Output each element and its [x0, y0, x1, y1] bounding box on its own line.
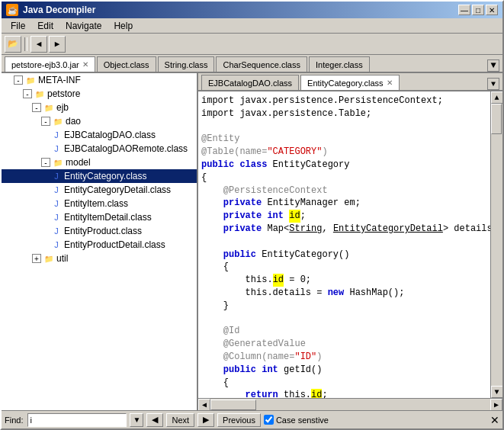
- tab-label: String.class: [165, 60, 208, 69]
- h-scroll-thumb[interactable]: [210, 400, 256, 410]
- tree-label: EntityCategory.class: [64, 171, 147, 181]
- code-line: private int id;: [201, 210, 487, 223]
- tree-item-entitycategorydetail[interactable]: J EntityCategoryDetail.class: [2, 183, 197, 197]
- code-line: import javax.persistence.Table;: [201, 108, 487, 120]
- code-line: }: [201, 300, 487, 313]
- find-dropdown-button[interactable]: ▼: [130, 413, 143, 427]
- maximize-button[interactable]: □: [472, 5, 484, 15]
- arrow-icon: ◀: [152, 415, 158, 425]
- tab-petstore-jar[interactable]: petstore-ejb3.0.jar ✕: [5, 56, 95, 72]
- code-line: @PersistenceContext: [201, 185, 487, 197]
- case-sensitive-option[interactable]: Case senstive: [264, 415, 329, 425]
- toolbar-forward-button[interactable]: ▶: [49, 36, 66, 53]
- editor-tab-ejbcatalogdao[interactable]: EJBCatalogDAO.class: [201, 75, 299, 90]
- title-bar-left: ☕ Java Decompiler: [6, 4, 95, 16]
- tree-label: EntityItemDetail.class: [64, 212, 152, 223]
- tree-item-ejbcatalogdao[interactable]: J EJBCatalogDAO.class: [2, 128, 197, 142]
- tree-item-ejb[interactable]: - 📁 ejb: [2, 101, 197, 114]
- tree-label: util: [56, 253, 68, 264]
- code-line: {: [201, 261, 487, 274]
- arrow-icon: ▶: [203, 415, 209, 425]
- find-icon-left: ◀: [146, 413, 163, 427]
- tabs-dropdown-button[interactable]: ▼: [487, 59, 499, 72]
- scroll-track[interactable]: [491, 104, 502, 386]
- file-icon: J: [50, 170, 63, 182]
- toolbar-separator-1: [24, 37, 27, 51]
- tree-item-meta-inf[interactable]: - 📁 META-INF: [2, 73, 197, 87]
- folder-icon: 📁: [52, 156, 64, 168]
- code-line: [201, 313, 487, 326]
- scroll-right-button[interactable]: ▶: [490, 399, 502, 411]
- tree-label: EJBCatalogDAORemote.class: [64, 143, 188, 154]
- scroll-up-button[interactable]: ▲: [491, 91, 503, 104]
- code-line: this.id = 0;: [201, 274, 487, 287]
- find-close-button[interactable]: ✕: [490, 414, 499, 426]
- menu-bar: File Edit Navigate Help: [2, 18, 502, 34]
- folder-icon: 📁: [43, 101, 55, 114]
- case-sensitive-checkbox[interactable]: [264, 415, 274, 425]
- tree-item-entitycategory[interactable]: J EntityCategory.class: [2, 169, 197, 183]
- scroll-left-button[interactable]: ◀: [198, 399, 210, 411]
- menu-edit[interactable]: Edit: [31, 20, 59, 32]
- editor-tab-entitycategory[interactable]: EntityCategory.class ✕: [300, 75, 399, 90]
- toggle-dao[interactable]: -: [41, 117, 50, 126]
- tab-object-class[interactable]: Object.class: [97, 56, 156, 72]
- horizontal-scrollbar: ◀ ▶: [198, 398, 502, 410]
- tree-label: EntityItem.class: [64, 198, 128, 209]
- menu-navigate[interactable]: Navigate: [59, 20, 108, 32]
- tab-close-icon[interactable]: ✕: [82, 60, 88, 69]
- scroll-thumb[interactable]: [491, 104, 502, 134]
- find-icon-right: ▶: [197, 413, 214, 427]
- toggle-ejb[interactable]: -: [32, 103, 41, 112]
- window-title: Java Decompiler: [23, 5, 95, 15]
- toggle-meta-inf[interactable]: -: [14, 75, 23, 85]
- close-button[interactable]: ✕: [486, 5, 498, 15]
- file-icon: J: [50, 184, 63, 196]
- folder-icon: 📁: [34, 88, 46, 100]
- previous-button[interactable]: Previous: [217, 413, 261, 427]
- code-line: @Id: [201, 325, 487, 338]
- toggle-petstore[interactable]: -: [23, 89, 32, 98]
- menu-file[interactable]: File: [5, 20, 31, 32]
- tree-item-entityproduct[interactable]: J EntityProduct.class: [2, 224, 197, 238]
- minimize-button[interactable]: —: [458, 5, 470, 15]
- tree-item-entityproductdetail[interactable]: J EntityProductDetail.class: [2, 238, 197, 252]
- tree-item-entityitem[interactable]: J EntityItem.class: [2, 197, 197, 210]
- file-icon: J: [50, 129, 63, 141]
- toggle-util[interactable]: +: [32, 254, 41, 263]
- file-icon: J: [50, 197, 63, 210]
- scroll-down-button[interactable]: ▼: [491, 386, 503, 398]
- find-input[interactable]: [27, 413, 127, 427]
- next-button[interactable]: Next: [166, 413, 194, 427]
- tab-integer-class[interactable]: Integer.class: [309, 56, 370, 72]
- tree-item-dao[interactable]: - 📁 dao: [2, 114, 197, 128]
- tree-item-petstore[interactable]: - 📁 petstore: [2, 87, 197, 101]
- editor-tabs-bar: EJBCatalogDAO.class EntityCategory.class…: [198, 73, 502, 91]
- tab-string-class[interactable]: String.class: [158, 56, 215, 72]
- tab-label: EntityCategory.class: [307, 79, 383, 88]
- code-editor[interactable]: import javax.persistence.PersistenceCont…: [198, 91, 490, 398]
- menu-help[interactable]: Help: [108, 20, 139, 32]
- code-line: private Map<String, EntityCategoryDetail…: [201, 223, 487, 236]
- h-scroll-track[interactable]: [210, 399, 490, 410]
- tree-item-util[interactable]: + 📁 util: [2, 252, 197, 265]
- folder-icon: 📁: [52, 115, 64, 127]
- tree-item-model[interactable]: - 📁 model: [2, 156, 197, 169]
- tab-label: EJBCatalogDAO.class: [208, 79, 292, 88]
- toggle-model[interactable]: -: [41, 158, 50, 167]
- code-line: [201, 236, 487, 249]
- editor-tab-close-icon[interactable]: ✕: [387, 79, 393, 87]
- find-label: Find:: [5, 416, 23, 425]
- file-icon: J: [50, 239, 63, 251]
- file-icon: J: [50, 143, 63, 155]
- tree-item-entityitemdetail[interactable]: J EntityItemDetail.class: [2, 210, 197, 224]
- tree-item-ejbcatalogdaoremote[interactable]: J EJBCatalogDAORemote.class: [2, 142, 197, 156]
- main-window: ☕ Java Decompiler — □ ✕ File Edit Naviga…: [0, 0, 504, 430]
- tab-charsequence-class[interactable]: CharSequence.class: [216, 56, 307, 72]
- editor-tabs-dropdown[interactable]: ▼: [487, 78, 499, 90]
- toolbar-open-button[interactable]: 📂: [5, 36, 21, 53]
- tree-label: EntityProduct.class: [64, 226, 142, 236]
- toolbar-back-button[interactable]: ◀: [30, 36, 47, 53]
- code-line: this.details = new HashMap();: [201, 287, 487, 300]
- code-container: import javax.persistence.PersistenceCont…: [198, 91, 502, 398]
